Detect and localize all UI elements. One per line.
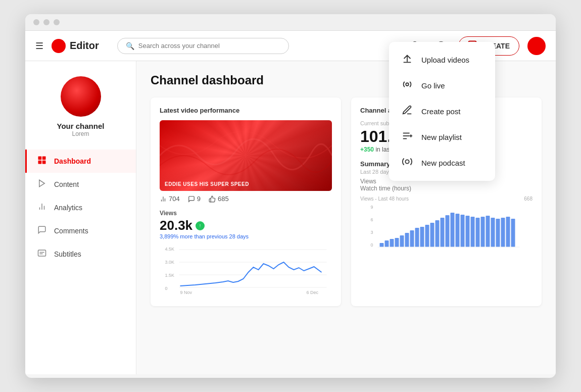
svg-rect-44 [435,220,440,247]
svg-text:4.5K: 4.5K [165,247,175,252]
svg-rect-34 [385,240,389,247]
svg-rect-5 [38,157,42,160]
views-number: 20.3k ↑ [160,218,332,233]
summary-watch-row: Watch time (hours) [360,185,532,192]
svg-rect-45 [441,218,445,247]
sidebar: Your channel Lorem Dashbo [25,61,136,374]
svg-rect-38 [405,233,409,247]
svg-point-69 [405,160,409,163]
post-icon [401,105,413,118]
svg-text:0: 0 [165,286,168,291]
dropdown-item-upload[interactable]: Upload videos [389,47,495,73]
sidebar-item-dashboard[interactable]: Dashboard [25,150,136,173]
views-change: 3,899% more than previous 28 days [160,233,332,239]
svg-rect-54 [486,216,490,247]
analytics-label: Analytics [54,204,82,212]
svg-text:9: 9 [371,205,373,210]
svg-rect-37 [400,235,404,247]
svg-text:1.5K: 1.5K [165,273,175,278]
golive-label: Go live [421,81,445,90]
dropdown-item-podcast[interactable]: New podcast [389,150,495,176]
watch-chart-value: 668 [524,196,532,202]
comments-label: Comments [54,227,88,235]
views-chart-svg: 4.5K 3.0K 1.5K 0 [160,244,332,295]
svg-rect-8 [42,161,46,164]
create-dropdown: Upload videos Go live Create post [389,42,495,181]
svg-marker-9 [39,180,45,187]
dropdown-item-playlist[interactable]: New playlist [389,124,495,150]
views-chart-container: Views 20.3k ↑ 3,899% more than previous … [160,210,332,297]
video-stats: 704 9 [160,195,332,203]
svg-rect-51 [471,217,475,247]
browser-window: ☰ Editor 🔍 [25,14,556,378]
sidebar-item-comments[interactable]: Comments [25,219,136,242]
profile-name: Your channel [57,122,105,130]
comments-stat: 9 [188,195,201,203]
podcast-icon [401,156,413,170]
comments-count: 9 [197,195,201,203]
svg-rect-59 [511,219,515,247]
dashboard-label: Dashboard [54,157,91,165]
svg-point-63 [406,83,409,86]
browser-dot-1 [33,19,39,25]
dashboard-icon [37,156,47,167]
svg-rect-57 [501,218,505,247]
browser-dot-2 [43,19,50,25]
sidebar-item-analytics[interactable]: Analytics [25,196,136,219]
logo-icon [52,39,66,53]
views-label: Views [160,210,332,217]
logo-text: Editor [70,40,99,52]
svg-rect-55 [491,218,495,247]
svg-text:3: 3 [371,230,373,235]
views-up-icon: ↑ [196,221,205,230]
subtitles-label: Subtitles [54,250,81,258]
golive-icon [401,79,413,92]
svg-rect-48 [456,214,460,247]
search-input[interactable] [138,42,280,50]
watch-chart-title: Views - Last 48 hours [360,196,409,202]
hamburger-icon[interactable]: ☰ [35,40,43,52]
dropdown-item-golive[interactable]: Go live [389,73,495,99]
content-label: Content [54,180,79,188]
svg-rect-58 [506,217,510,247]
podcast-label: New podcast [421,159,465,167]
subtitles-icon [37,249,47,260]
upload-icon [401,53,413,67]
svg-rect-35 [390,239,394,247]
likes-stat: 685 [209,195,229,203]
browser-chrome [25,14,556,31]
search-icon: 🔍 [126,42,134,50]
dropdown-item-post[interactable]: Create post [389,99,495,124]
svg-text:0: 0 [371,242,373,248]
sidebar-item-content[interactable]: Content [25,173,136,196]
svg-rect-49 [461,215,465,247]
views-stat: 704 [160,195,180,203]
playlist-label: New playlist [421,133,462,141]
svg-rect-39 [410,230,414,247]
video-title-overlay: EDDIE USES HIS SUPER SPEED [165,181,249,187]
svg-text:3.0K: 3.0K [165,260,175,265]
profile-avatar [61,76,101,117]
likes-count: 685 [218,195,229,203]
svg-text:6 Dec: 6 Dec [307,290,319,295]
sidebar-item-subtitles[interactable]: Subtitles [25,242,136,266]
logo-area: Editor [52,39,99,53]
profile-subtitle: Lorem [72,130,89,137]
svg-rect-41 [420,227,424,247]
subscribers-change-value: +350 [360,146,374,153]
svg-rect-50 [466,216,470,247]
svg-rect-13 [38,250,46,256]
svg-rect-46 [446,215,450,247]
svg-rect-33 [380,243,384,247]
svg-text:6: 6 [371,217,373,222]
post-label: Create post [421,107,461,116]
watch-metric-label: Watch time (hours) [360,185,411,192]
svg-rect-7 [38,161,42,164]
content-icon [37,179,47,190]
watch-chart: Views - Last 48 hours 668 9 6 3 0 [360,196,532,255]
views-count: 704 [169,195,180,203]
search-bar[interactable]: 🔍 [117,38,289,54]
playlist-icon [401,130,413,144]
user-avatar[interactable] [527,37,546,55]
comments-icon [37,225,47,236]
